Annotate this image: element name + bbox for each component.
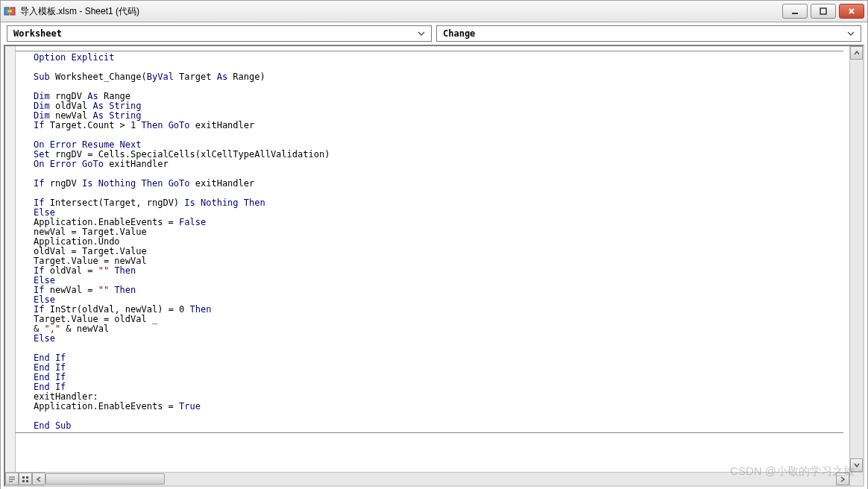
- selector-row: Worksheet Change: [0, 22, 868, 45]
- code-line[interactable]: End Sub: [34, 421, 843, 431]
- chevron-right-icon: [840, 476, 846, 482]
- code-frame: Option Explicit Sub Worksheet_Change(ByV…: [4, 45, 864, 487]
- code-line[interactable]: Option Explicit: [34, 53, 843, 63]
- code-line[interactable]: End If: [34, 353, 843, 363]
- code-line[interactable]: Application.Undo: [34, 237, 843, 247]
- chevron-down-icon: [844, 30, 858, 37]
- svg-rect-11: [26, 476, 28, 479]
- minimize-icon: [790, 7, 799, 16]
- code-line[interactable]: If newVal = "" Then: [34, 285, 843, 295]
- maximize-icon: [819, 7, 828, 16]
- code-line[interactable]: [34, 411, 843, 421]
- full-module-view-button[interactable]: [19, 473, 32, 485]
- title-bar: 导入模板.xlsm - Sheet1 (代码): [0, 0, 868, 22]
- code-line[interactable]: If Intersect(Target, rngDV) Is Nothing T…: [34, 198, 843, 208]
- code-line[interactable]: Dim oldVal As String: [34, 101, 843, 111]
- scroll-up-button[interactable]: [850, 46, 863, 60]
- chevron-down-icon: [854, 462, 860, 468]
- code-line[interactable]: Application.EnableEvents = False: [34, 218, 843, 227]
- code-line[interactable]: [34, 82, 843, 92]
- code-line[interactable]: Target.Value = newVal: [34, 256, 843, 266]
- code-line[interactable]: On Error GoTo exitHandler: [34, 160, 843, 169]
- procedure-selector[interactable]: Change: [436, 25, 861, 42]
- app-icon: [4, 5, 16, 17]
- scrollbar-corner: [849, 472, 863, 485]
- scroll-track[interactable]: [850, 60, 863, 458]
- code-line[interactable]: [34, 344, 843, 353]
- vertical-scrollbar[interactable]: [849, 46, 863, 472]
- scroll-right-button[interactable]: [836, 473, 849, 485]
- window-title: 导入模板.xlsm - Sheet1 (代码): [20, 5, 782, 18]
- minimize-button[interactable]: [782, 4, 808, 19]
- code-line[interactable]: End If: [34, 363, 843, 373]
- svg-rect-2: [7, 10, 12, 13]
- object-selector-label: Worksheet: [13, 28, 415, 39]
- code-line[interactable]: Dim rngDV As Range: [34, 92, 843, 101]
- code-container: Option Explicit Sub Worksheet_Change(ByV…: [0, 45, 868, 489]
- code-line[interactable]: If rngDV Is Nothing Then GoTo exitHandle…: [34, 179, 843, 189]
- close-button[interactable]: [839, 4, 864, 19]
- code-line[interactable]: If oldVal = "" Then: [34, 266, 843, 276]
- code-line[interactable]: If Target.Count > 1 Then GoTo exitHandle…: [34, 121, 843, 130]
- procedure-view-button[interactable]: [5, 473, 19, 485]
- svg-rect-4: [820, 8, 826, 14]
- code-line[interactable]: Sub Worksheet_Change(ByVal Target As Ran…: [34, 72, 843, 82]
- code-line[interactable]: End If: [34, 373, 843, 382]
- code-editor[interactable]: Option Explicit Sub Worksheet_Change(ByV…: [16, 46, 849, 472]
- object-selector[interactable]: Worksheet: [7, 25, 432, 42]
- close-icon: [847, 7, 856, 16]
- svg-rect-10: [22, 476, 25, 479]
- scroll-down-button[interactable]: [850, 458, 863, 472]
- svg-rect-13: [26, 480, 28, 482]
- code-line[interactable]: End If: [34, 382, 843, 392]
- maximize-button[interactable]: [811, 4, 836, 19]
- scroll-left-button[interactable]: [32, 473, 45, 485]
- code-line[interactable]: [34, 130, 843, 140]
- chevron-down-icon: [415, 30, 428, 37]
- code-line[interactable]: newVal = Target.Value: [34, 227, 843, 237]
- code-line[interactable]: Application.EnableEvents = True: [34, 402, 843, 411]
- procedure-selector-label: Change: [443, 28, 844, 39]
- scroll-track[interactable]: [45, 473, 836, 485]
- code-line[interactable]: Target.Value = oldVal _: [34, 315, 843, 324]
- code-line[interactable]: oldVal = Target.Value: [34, 247, 843, 256]
- horizontal-scrollbar[interactable]: [5, 472, 849, 485]
- full-module-view-icon: [22, 476, 29, 483]
- margin-indicator-bar[interactable]: [5, 46, 16, 472]
- svg-rect-12: [22, 480, 25, 482]
- chevron-left-icon: [36, 476, 42, 482]
- chevron-up-icon: [854, 50, 860, 56]
- code-line[interactable]: & "," & newVal: [34, 324, 843, 334]
- procedure-view-icon: [8, 476, 16, 483]
- window-controls: [782, 4, 864, 19]
- code-line[interactable]: Else: [34, 276, 843, 285]
- scroll-thumb[interactable]: [45, 473, 165, 485]
- code-line[interactable]: Else: [34, 334, 843, 344]
